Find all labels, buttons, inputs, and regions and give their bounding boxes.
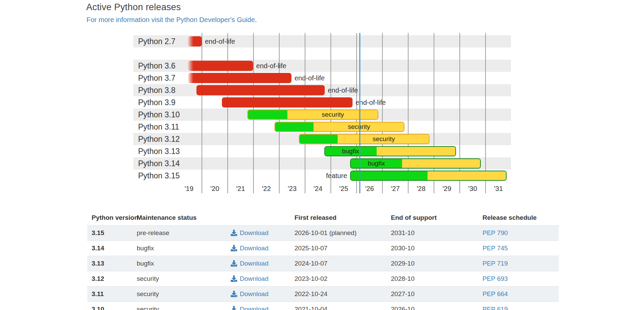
table-header-row: Python versionMaintenance statusFirst re… [87, 210, 559, 225]
version-cell: 3.10 [87, 302, 137, 310]
row-label: Python 2.7 [138, 35, 175, 47]
first-released-cell: 2024-10-07 [278, 256, 373, 271]
column-header: First released [278, 210, 373, 225]
chart-row [133, 47, 511, 60]
first-released-cell: 2026-10-01 (planned) [278, 225, 373, 240]
pep-link[interactable]: PEP 664 [482, 290, 508, 297]
version-cell: 3.12 [87, 271, 137, 286]
bar-annotation: bugfix [342, 145, 359, 157]
bar-annotation: end-of-life [256, 60, 286, 72]
bar-annotation: security [348, 121, 370, 133]
bar-segment-green [351, 171, 428, 180]
release-gantt-chart: Python 2.7end-of-lifePython 3.6end-of-li… [133, 33, 511, 195]
download-label: Download [240, 245, 269, 252]
row-label: Python 3.9 [138, 96, 175, 109]
subtitle-period: . [255, 16, 257, 23]
axis-year-label: '24 [314, 185, 322, 193]
download-link[interactable]: Download [231, 290, 269, 297]
bar-segment-yellow [377, 147, 455, 156]
first-released-cell: 2022-10-24 [278, 286, 373, 302]
row-label: Python 3.12 [138, 133, 180, 145]
pep-link[interactable]: PEP 745 [482, 245, 508, 252]
table-row: 3.12 security Download 2023-10-02 2028-1… [87, 271, 559, 286]
status-cell: security [137, 286, 222, 302]
pep-link[interactable]: PEP 719 [482, 260, 508, 267]
gridline [485, 33, 486, 193]
release-bar [222, 97, 353, 108]
end-of-support-cell: 2031-10 [373, 225, 468, 240]
release-bar [188, 36, 202, 46]
table-row: 3.15 pre-release Download 2026-10-01 (pl… [87, 225, 559, 240]
gridline [202, 33, 202, 193]
column-header [222, 210, 278, 225]
end-of-support-cell: 2029-10 [373, 256, 468, 271]
column-header: Maintenance status [137, 210, 222, 225]
developers-guide-link[interactable]: For more information visit the Python De… [87, 16, 255, 23]
column-header: Release schedule [468, 210, 559, 225]
row-label: Python 3.8 [138, 84, 175, 96]
first-released-cell: 2023-10-02 [278, 271, 373, 286]
table-row: 3.14 bugfix Download 2025-10-07 2030-10 … [87, 240, 559, 256]
download-link[interactable]: Download [231, 275, 269, 282]
axis-year-label: '29 [442, 185, 451, 193]
release-bar [350, 171, 507, 181]
release-bar [274, 122, 404, 132]
axis-year-label: '20 [210, 185, 219, 193]
bar-annotation: feature [326, 170, 347, 182]
first-released-cell: 2021-10-04 [278, 302, 373, 310]
bar-annotation: end-of-life [205, 35, 235, 47]
status-cell: bugfix [137, 256, 222, 271]
row-label: Python 3.10 [138, 109, 180, 121]
download-icon [231, 245, 237, 251]
version-cell: 3.15 [87, 225, 137, 240]
download-label: Download [240, 306, 269, 310]
gridline [434, 33, 434, 193]
status-cell: security [137, 271, 222, 286]
download-icon [231, 230, 237, 236]
download-icon [231, 291, 237, 297]
axis-year-label: '23 [288, 185, 297, 193]
download-link[interactable]: Download [231, 245, 269, 252]
release-table-header: Python versionMaintenance statusFirst re… [87, 210, 559, 225]
status-cell: pre-release [137, 225, 222, 240]
download-link[interactable]: Download [231, 229, 269, 236]
axis-year-label: '21 [236, 185, 245, 193]
page-title: Active Python releases [86, 2, 181, 13]
bar-segment-yellow [428, 171, 506, 180]
first-released-cell: 2025-10-07 [278, 240, 373, 256]
row-label: Python 3.13 [138, 145, 180, 157]
axis-year-label: '30 [468, 185, 477, 193]
download-label: Download [240, 275, 269, 282]
pep-link[interactable]: PEP 619 [482, 306, 508, 310]
bar-annotation: end-of-life [328, 84, 358, 96]
pep-link[interactable]: PEP 693 [482, 275, 508, 282]
column-header: End of support [373, 210, 468, 225]
download-label: Download [240, 229, 269, 236]
download-icon [231, 260, 237, 267]
release-bar [299, 134, 430, 144]
bar-annotation: security [373, 133, 395, 145]
bar-segment-yellow [402, 159, 480, 168]
table-row: 3.13 bugfix Download 2024-10-07 2029-10 … [87, 256, 559, 271]
gridline [227, 33, 228, 193]
gridline [408, 33, 409, 193]
row-label: Python 3.7 [138, 72, 175, 84]
gridline [459, 33, 460, 193]
axis-year-label: '22 [262, 185, 271, 193]
release-bar [188, 61, 253, 71]
pep-link[interactable]: PEP 790 [482, 229, 508, 236]
status-cell: bugfix [137, 240, 222, 256]
download-link[interactable]: Download [231, 306, 269, 310]
end-of-support-cell: 2026-10 [373, 302, 468, 310]
release-bar [247, 110, 378, 120]
end-of-support-cell: 2027-10 [373, 286, 468, 302]
download-label: Download [240, 260, 269, 267]
table-row: 3.11 security Download 2022-10-24 2027-1… [87, 286, 559, 302]
release-table: Python versionMaintenance statusFirst re… [87, 210, 559, 310]
version-cell: 3.11 [87, 286, 137, 302]
download-icon [231, 306, 237, 310]
download-link[interactable]: Download [231, 260, 269, 267]
status-cell: security [137, 302, 222, 310]
release-bar [188, 73, 291, 83]
release-table-body: 3.15 pre-release Download 2026-10-01 (pl… [87, 225, 559, 310]
